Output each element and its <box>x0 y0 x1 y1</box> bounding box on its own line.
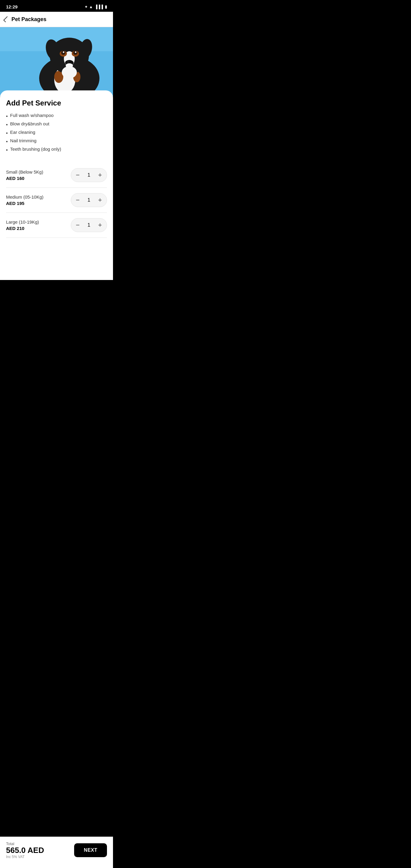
wifi-icon: ▲ <box>89 4 93 9</box>
page-title: Pet Packages <box>11 16 46 23</box>
section-title: Add Pet Service <box>6 99 107 107</box>
quantity-medium-value: 1 <box>84 197 93 203</box>
feature-text: Blow dry&brush out <box>10 121 50 126</box>
feature-item: • Nail trimming <box>6 137 107 146</box>
features-list: • Full wash w/shampoo • Blow dry&brush o… <box>6 112 107 154</box>
bullet-icon: • <box>6 121 8 128</box>
increase-large-button[interactable]: + <box>93 218 107 232</box>
status-icons: ⌖ ▲ ▐▐▐ ▮ <box>85 4 107 9</box>
svg-point-13 <box>75 52 76 53</box>
package-row-small: Small (Below 5Kg) AED 160 − 1 + <box>6 163 107 188</box>
battery-icon: ▮ <box>105 4 107 9</box>
quantity-control-medium: − 1 + <box>71 193 107 207</box>
quantity-control-large: − 1 + <box>71 218 107 232</box>
svg-point-12 <box>63 52 64 53</box>
package-name-medium: Medium (05-10Kg) <box>6 194 43 199</box>
package-info-large: Large (10-19Kg) AED 210 <box>6 219 39 231</box>
increase-medium-button[interactable]: + <box>93 193 107 207</box>
package-price-medium: AED 195 <box>6 201 43 206</box>
feature-item: • Teeth brushing (dog only) <box>6 146 107 154</box>
svg-point-15 <box>67 61 69 63</box>
package-price-small: AED 160 <box>6 176 43 181</box>
svg-point-19 <box>62 66 77 79</box>
status-bar: 12:29 ⌖ ▲ ▐▐▐ ▮ <box>0 0 113 12</box>
bullet-icon: • <box>6 130 8 137</box>
package-name-large: Large (10-19Kg) <box>6 219 39 224</box>
bullet-icon: • <box>6 113 8 120</box>
status-time: 12:29 <box>6 4 18 9</box>
quantity-large-value: 1 <box>84 222 93 228</box>
location-icon: ⌖ <box>85 4 87 9</box>
package-row-large: Large (10-19Kg) AED 210 − 1 + <box>6 213 107 238</box>
bullet-icon: • <box>6 138 8 145</box>
package-name-small: Small (Below 5Kg) <box>6 169 43 175</box>
feature-item: • Full wash w/shampoo <box>6 112 107 121</box>
package-info-small: Small (Below 5Kg) AED 160 <box>6 169 43 181</box>
package-info-medium: Medium (05-10Kg) AED 195 <box>6 194 43 206</box>
content-card: Add Pet Service • Full wash w/shampoo • … <box>0 90 113 280</box>
package-price-large: AED 210 <box>6 226 39 231</box>
signal-icon: ▐▐▐ <box>95 4 103 9</box>
feature-text: Full wash w/shampoo <box>10 113 54 118</box>
bottom-spacer <box>6 238 107 274</box>
decrease-small-button[interactable]: − <box>71 168 84 182</box>
bullet-icon: • <box>6 147 8 154</box>
decrease-medium-button[interactable]: − <box>71 193 84 207</box>
back-icon <box>3 16 9 22</box>
package-row-medium: Medium (05-10Kg) AED 195 − 1 + <box>6 188 107 213</box>
feature-text: Nail trimming <box>10 138 37 143</box>
hero-image <box>0 27 113 96</box>
increase-small-button[interactable]: + <box>93 168 107 182</box>
feature-item: • Ear cleaning <box>6 129 107 137</box>
feature-item: • Blow dry&brush out <box>6 121 107 129</box>
hero-svg <box>0 27 113 96</box>
quantity-control-small: − 1 + <box>71 168 107 182</box>
page-header: Pet Packages <box>0 12 113 27</box>
back-button[interactable] <box>5 16 11 23</box>
feature-text: Ear cleaning <box>10 130 35 135</box>
decrease-large-button[interactable]: − <box>71 218 84 232</box>
quantity-small-value: 1 <box>84 172 93 178</box>
feature-text: Teeth brushing (dog only) <box>10 147 61 152</box>
